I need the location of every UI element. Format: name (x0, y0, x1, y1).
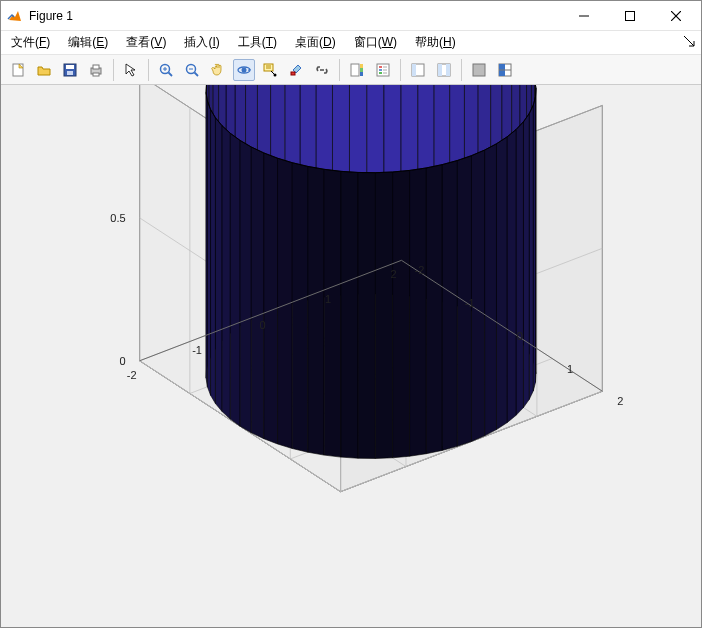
svg-rect-5 (13, 64, 23, 76)
toolbar-separator (339, 59, 340, 81)
svg-text:-1: -1 (192, 344, 202, 356)
maximize-button[interactable] (607, 1, 653, 31)
svg-rect-43 (438, 64, 442, 76)
window-title: Figure 1 (29, 9, 73, 23)
menu-help[interactable]: 帮助(H) (413, 32, 458, 53)
svg-rect-8 (66, 65, 74, 69)
svg-line-4 (671, 11, 681, 21)
svg-marker-133 (324, 169, 341, 457)
svg-marker-114 (523, 114, 529, 408)
svg-text:1: 1 (325, 293, 331, 305)
figure-window: Figure 1 文件(F) 编辑(E) 查看(V) 插入(I) 工具(T) 桌… (0, 0, 702, 628)
svg-text:0: 0 (517, 330, 523, 342)
zoom-in-button[interactable] (155, 59, 177, 81)
svg-marker-115 (215, 118, 222, 412)
svg-text:0: 0 (120, 355, 126, 367)
svg-point-21 (242, 67, 247, 72)
menubar: 文件(F) 编辑(E) 查看(V) 插入(I) 工具(T) 桌面(D) 窗口(W… (1, 31, 701, 55)
svg-marker-120 (496, 137, 507, 430)
close-button[interactable] (653, 1, 699, 31)
svg-marker-116 (516, 122, 523, 416)
svg-marker-118 (507, 130, 516, 423)
svg-marker-137 (358, 172, 375, 458)
insert-colorbar-button[interactable] (346, 59, 368, 81)
svg-marker-111 (207, 101, 210, 395)
svg-marker-119 (230, 133, 240, 426)
menu-window[interactable]: 窗口(W) (352, 32, 399, 53)
svg-marker-124 (471, 150, 484, 441)
show-plot-tools-button[interactable] (433, 59, 455, 81)
svg-rect-45 (473, 64, 485, 76)
svg-rect-27 (291, 72, 295, 75)
svg-rect-41 (412, 64, 416, 76)
insert-legend-button[interactable] (372, 59, 394, 81)
axes-3d[interactable]: -2-1012-2-101200.51 (1, 85, 701, 627)
zoom-out-button[interactable] (181, 59, 203, 81)
toolbar-separator (400, 59, 401, 81)
svg-rect-12 (93, 73, 99, 76)
hide-plot-tools-button[interactable] (407, 59, 429, 81)
svg-rect-44 (446, 64, 450, 76)
open-button[interactable] (33, 59, 55, 81)
svg-text:-2: -2 (127, 369, 137, 381)
svg-marker-128 (442, 161, 457, 451)
titlebar: Figure 1 (1, 1, 701, 31)
svg-marker-134 (393, 170, 410, 457)
pan-button[interactable] (207, 59, 229, 81)
svg-marker-112 (529, 105, 533, 399)
svg-marker-136 (375, 172, 392, 458)
subplot-grid-button[interactable] (494, 59, 516, 81)
rotate3d-button[interactable] (233, 59, 255, 81)
menu-edit[interactable]: 编辑(E) (66, 32, 110, 53)
menu-tools[interactable]: 工具(T) (236, 32, 279, 53)
subplot-single-button[interactable] (468, 59, 490, 81)
svg-rect-29 (351, 64, 359, 76)
link-data-button[interactable] (311, 59, 333, 81)
toolbar-separator (461, 59, 462, 81)
menu-view[interactable]: 查看(V) (124, 32, 168, 53)
svg-marker-113 (211, 109, 216, 403)
data-cursor-button[interactable] (259, 59, 281, 81)
svg-text:-2: -2 (415, 264, 425, 276)
svg-point-26 (274, 73, 277, 76)
svg-marker-117 (222, 126, 230, 419)
edit-plot-button[interactable] (120, 59, 142, 81)
print-button[interactable] (85, 59, 107, 81)
svg-marker-122 (485, 144, 497, 436)
new-figure-button[interactable] (7, 59, 29, 81)
minimize-button[interactable] (561, 1, 607, 31)
menu-insert[interactable]: 插入(I) (182, 32, 221, 53)
svg-text:0: 0 (259, 319, 265, 331)
svg-marker-132 (410, 168, 427, 456)
svg-text:1: 1 (567, 363, 573, 375)
menu-desktop[interactable]: 桌面(D) (293, 32, 338, 53)
svg-line-3 (671, 11, 681, 21)
svg-marker-123 (251, 147, 264, 439)
toolbar-separator (148, 59, 149, 81)
svg-marker-135 (341, 171, 358, 458)
toolbar-separator (113, 59, 114, 81)
svg-rect-2 (626, 11, 635, 20)
svg-rect-31 (360, 64, 363, 68)
save-button[interactable] (59, 59, 81, 81)
svg-text:2: 2 (617, 395, 623, 407)
svg-text:-1: -1 (465, 297, 475, 309)
svg-marker-130 (426, 165, 442, 454)
svg-marker-129 (292, 163, 308, 453)
matlab-icon (7, 8, 23, 24)
toolbar (1, 55, 701, 85)
svg-text:2: 2 (390, 268, 396, 280)
brush-button[interactable] (285, 59, 307, 81)
svg-rect-9 (67, 71, 73, 75)
svg-marker-125 (264, 153, 278, 444)
svg-marker-131 (308, 166, 324, 455)
svg-marker-121 (240, 140, 251, 432)
svg-line-14 (169, 72, 173, 76)
svg-rect-11 (93, 65, 99, 69)
svg-text:0.5: 0.5 (110, 212, 125, 224)
svg-line-18 (195, 72, 199, 76)
svg-rect-32 (360, 68, 363, 72)
menu-file[interactable]: 文件(F) (9, 32, 52, 53)
dock-arrow-icon[interactable] (683, 35, 695, 50)
axes-area[interactable]: -2-1012-2-101200.51 (1, 85, 701, 627)
